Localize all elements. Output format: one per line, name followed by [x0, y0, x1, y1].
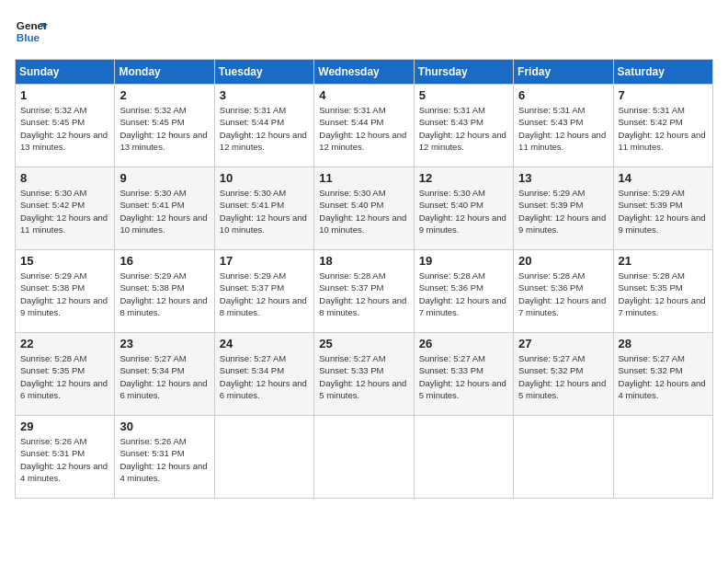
calendar-cell — [414, 416, 513, 499]
day-number: 12 — [419, 171, 508, 185]
day-number: 2 — [119, 88, 209, 102]
weekday-header: Friday — [514, 60, 613, 85]
day-number: 11 — [319, 171, 408, 185]
day-number: 27 — [518, 337, 608, 350]
calendar-cell: 11 Sunrise: 5:30 AM Sunset: 5:40 PM Dayl… — [314, 167, 414, 250]
calendar-cell: 30 Sunrise: 5:26 AM Sunset: 5:31 PM Dayl… — [115, 416, 214, 499]
weekday-header: Sunday — [16, 60, 115, 85]
calendar-cell: 22 Sunrise: 5:28 AM Sunset: 5:35 PM Dayl… — [16, 333, 115, 416]
day-number: 24 — [220, 337, 309, 350]
day-number: 21 — [619, 254, 708, 268]
calendar-table: SundayMondayTuesdayWednesdayThursdayFrid… — [15, 59, 713, 499]
day-info: Sunrise: 5:27 AM Sunset: 5:34 PM Dayligh… — [220, 352, 309, 401]
day-number: 9 — [119, 171, 209, 185]
calendar-cell: 7 Sunrise: 5:31 AM Sunset: 5:42 PM Dayli… — [613, 85, 712, 167]
calendar-cell: 10 Sunrise: 5:30 AM Sunset: 5:41 PM Dayl… — [214, 167, 313, 250]
day-info: Sunrise: 5:32 AM Sunset: 5:45 PM Dayligh… — [119, 104, 209, 153]
calendar-cell: 8 Sunrise: 5:30 AM Sunset: 5:42 PM Dayli… — [16, 167, 115, 250]
weekday-header: Thursday — [414, 60, 513, 85]
day-info: Sunrise: 5:30 AM Sunset: 5:41 PM Dayligh… — [220, 187, 309, 236]
day-number: 16 — [119, 254, 209, 268]
day-number: 28 — [619, 337, 708, 350]
day-info: Sunrise: 5:28 AM Sunset: 5:36 PM Dayligh… — [419, 270, 508, 318]
day-info: Sunrise: 5:30 AM Sunset: 5:42 PM Dayligh… — [20, 187, 109, 236]
day-info: Sunrise: 5:31 AM Sunset: 5:44 PM Dayligh… — [220, 104, 309, 153]
day-info: Sunrise: 5:32 AM Sunset: 5:45 PM Dayligh… — [20, 104, 109, 153]
calendar-week-row: 1 Sunrise: 5:32 AM Sunset: 5:45 PM Dayli… — [16, 85, 713, 167]
calendar-cell: 4 Sunrise: 5:31 AM Sunset: 5:44 PM Dayli… — [314, 85, 414, 167]
day-number: 26 — [419, 337, 508, 350]
day-info: Sunrise: 5:30 AM Sunset: 5:41 PM Dayligh… — [119, 187, 209, 236]
day-number: 5 — [419, 88, 508, 102]
calendar-week-row: 8 Sunrise: 5:30 AM Sunset: 5:42 PM Dayli… — [16, 167, 713, 250]
day-info: Sunrise: 5:30 AM Sunset: 5:40 PM Dayligh… — [419, 187, 508, 236]
calendar-cell: 19 Sunrise: 5:28 AM Sunset: 5:36 PM Dayl… — [414, 250, 513, 333]
calendar-cell: 16 Sunrise: 5:29 AM Sunset: 5:38 PM Dayl… — [115, 250, 214, 333]
logo: General Blue — [15, 15, 48, 48]
logo-icon: General Blue — [15, 15, 48, 48]
calendar-week-row: 22 Sunrise: 5:28 AM Sunset: 5:35 PM Dayl… — [16, 333, 713, 416]
calendar-header-row: SundayMondayTuesdayWednesdayThursdayFrid… — [16, 60, 713, 85]
day-info: Sunrise: 5:31 AM Sunset: 5:43 PM Dayligh… — [419, 104, 508, 153]
weekday-header: Saturday — [613, 60, 712, 85]
calendar-cell: 1 Sunrise: 5:32 AM Sunset: 5:45 PM Dayli… — [16, 85, 115, 167]
calendar-cell — [514, 416, 613, 499]
day-number: 1 — [20, 88, 109, 102]
day-info: Sunrise: 5:26 AM Sunset: 5:31 PM Dayligh… — [20, 435, 109, 484]
calendar-cell: 12 Sunrise: 5:30 AM Sunset: 5:40 PM Dayl… — [414, 167, 513, 250]
calendar-cell: 28 Sunrise: 5:27 AM Sunset: 5:32 PM Dayl… — [613, 333, 712, 416]
calendar-cell: 9 Sunrise: 5:30 AM Sunset: 5:41 PM Dayli… — [115, 167, 214, 250]
calendar-week-row: 29 Sunrise: 5:26 AM Sunset: 5:31 PM Dayl… — [16, 416, 713, 499]
day-info: Sunrise: 5:27 AM Sunset: 5:33 PM Dayligh… — [319, 352, 408, 401]
calendar-cell: 17 Sunrise: 5:29 AM Sunset: 5:37 PM Dayl… — [214, 250, 313, 333]
day-info: Sunrise: 5:29 AM Sunset: 5:38 PM Dayligh… — [20, 270, 109, 318]
day-number: 29 — [20, 419, 109, 433]
day-number: 17 — [220, 254, 309, 268]
calendar-cell: 18 Sunrise: 5:28 AM Sunset: 5:37 PM Dayl… — [314, 250, 414, 333]
calendar-cell — [314, 416, 414, 499]
day-number: 25 — [319, 337, 408, 350]
day-number: 22 — [20, 337, 109, 350]
day-number: 4 — [319, 88, 408, 102]
calendar-cell: 14 Sunrise: 5:29 AM Sunset: 5:39 PM Dayl… — [613, 167, 712, 250]
day-number: 13 — [518, 171, 608, 185]
calendar-cell: 2 Sunrise: 5:32 AM Sunset: 5:45 PM Dayli… — [115, 85, 214, 167]
calendar-cell: 20 Sunrise: 5:28 AM Sunset: 5:36 PM Dayl… — [514, 250, 613, 333]
day-number: 7 — [619, 88, 708, 102]
calendar-cell: 5 Sunrise: 5:31 AM Sunset: 5:43 PM Dayli… — [414, 85, 513, 167]
weekday-header: Monday — [115, 60, 214, 85]
day-number: 19 — [419, 254, 508, 268]
day-number: 3 — [220, 88, 309, 102]
day-number: 6 — [518, 88, 608, 102]
day-number: 23 — [119, 337, 209, 350]
calendar-week-row: 15 Sunrise: 5:29 AM Sunset: 5:38 PM Dayl… — [16, 250, 713, 333]
day-number: 10 — [220, 171, 309, 185]
day-info: Sunrise: 5:27 AM Sunset: 5:32 PM Dayligh… — [619, 352, 708, 401]
page-header: General Blue — [15, 15, 713, 48]
day-number: 20 — [518, 254, 608, 268]
day-info: Sunrise: 5:29 AM Sunset: 5:37 PM Dayligh… — [220, 270, 309, 318]
day-number: 8 — [20, 171, 109, 185]
day-info: Sunrise: 5:31 AM Sunset: 5:42 PM Dayligh… — [619, 104, 708, 153]
day-info: Sunrise: 5:29 AM Sunset: 5:39 PM Dayligh… — [619, 187, 708, 236]
day-info: Sunrise: 5:26 AM Sunset: 5:31 PM Dayligh… — [119, 435, 209, 484]
day-number: 18 — [319, 254, 408, 268]
day-info: Sunrise: 5:27 AM Sunset: 5:32 PM Dayligh… — [518, 352, 608, 401]
day-info: Sunrise: 5:29 AM Sunset: 5:39 PM Dayligh… — [518, 187, 608, 236]
calendar-cell: 13 Sunrise: 5:29 AM Sunset: 5:39 PM Dayl… — [514, 167, 613, 250]
calendar-cell: 25 Sunrise: 5:27 AM Sunset: 5:33 PM Dayl… — [314, 333, 414, 416]
calendar-cell: 29 Sunrise: 5:26 AM Sunset: 5:31 PM Dayl… — [16, 416, 115, 499]
calendar-cell: 6 Sunrise: 5:31 AM Sunset: 5:43 PM Dayli… — [514, 85, 613, 167]
day-info: Sunrise: 5:27 AM Sunset: 5:34 PM Dayligh… — [119, 352, 209, 401]
day-info: Sunrise: 5:28 AM Sunset: 5:37 PM Dayligh… — [319, 270, 408, 318]
day-info: Sunrise: 5:28 AM Sunset: 5:35 PM Dayligh… — [619, 270, 708, 318]
calendar-cell: 15 Sunrise: 5:29 AM Sunset: 5:38 PM Dayl… — [16, 250, 115, 333]
day-info: Sunrise: 5:30 AM Sunset: 5:40 PM Dayligh… — [319, 187, 408, 236]
calendar-cell: 23 Sunrise: 5:27 AM Sunset: 5:34 PM Dayl… — [115, 333, 214, 416]
day-info: Sunrise: 5:28 AM Sunset: 5:36 PM Dayligh… — [518, 270, 608, 318]
day-number: 15 — [20, 254, 109, 268]
day-number: 14 — [619, 171, 708, 185]
svg-text:Blue: Blue — [17, 31, 40, 43]
calendar-cell: 21 Sunrise: 5:28 AM Sunset: 5:35 PM Dayl… — [613, 250, 712, 333]
day-info: Sunrise: 5:31 AM Sunset: 5:43 PM Dayligh… — [518, 104, 608, 153]
